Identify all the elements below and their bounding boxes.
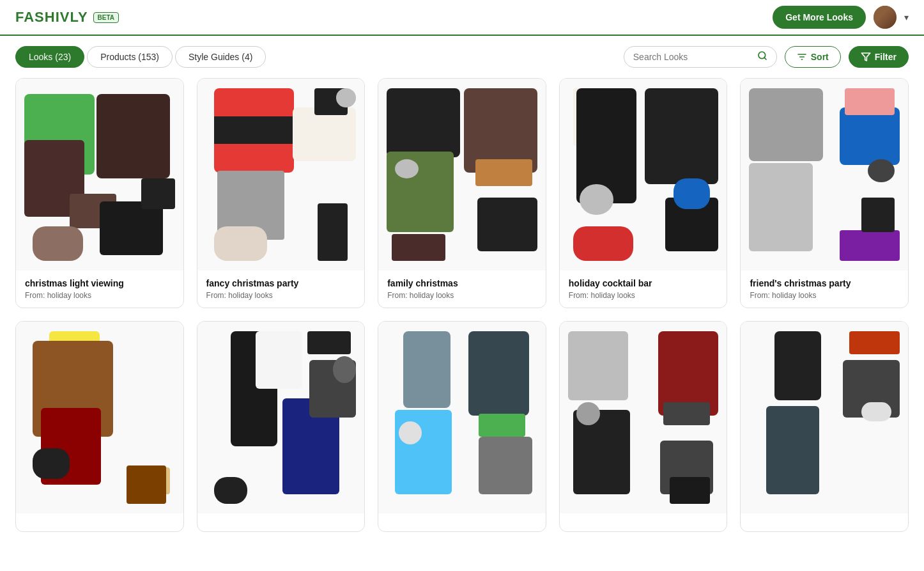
card-grid: christmas light viewing From: holiday lo… [0,78,924,547]
sort-button[interactable]: Sort [785,46,841,68]
outfit-item [307,331,351,354]
outfit-item [645,88,718,184]
outfit-item [293,107,356,161]
look-card[interactable] [197,321,366,532]
card-image [16,79,183,270]
card-image [741,79,908,270]
card-info [560,513,727,531]
card-image [560,322,727,513]
card-title: family christmas [387,278,537,288]
avatar[interactable] [874,6,897,29]
outfit-item [333,356,357,383]
sort-icon [797,52,807,62]
chevron-down-icon[interactable]: ▾ [904,12,909,22]
search-box[interactable] [624,46,777,68]
outfit-collage [560,322,727,513]
look-card[interactable] [740,321,909,532]
card-title: fancy christmas party [206,278,356,288]
card-info: family christmas From: holiday looks [378,270,546,308]
outfit-item [576,88,636,203]
outfit-item [141,178,174,209]
svg-line-1 [764,58,766,59]
outfit-item [663,402,710,425]
card-title: friend's christmas party [750,278,899,288]
outfit-collage [560,79,727,270]
outfit-item [861,402,891,421]
outfit-item [840,107,900,165]
outfit-item [749,88,822,161]
outfit-item [568,331,628,400]
outfit-item [468,331,528,416]
outfit-item [33,448,70,479]
card-info [197,513,365,531]
look-card[interactable] [378,321,546,532]
outfit-item [845,88,895,115]
outfit-item [479,414,525,437]
card-subtitle: From: holiday looks [387,291,537,300]
outfit-item [214,226,268,261]
outfit-item [96,94,170,178]
card-image [560,79,727,270]
header-left: FASHIVLY BETA [15,9,119,26]
look-card[interactable]: fancy christmas party From: holiday look… [197,78,366,308]
get-more-looks-button[interactable]: Get More Looks [773,6,866,29]
outfit-item [318,203,348,261]
tab-bar: Looks (23) Products (153) Style Guides (… [15,46,266,68]
outfit-item [387,88,460,157]
outfit-item [475,159,532,186]
card-image [16,322,183,513]
avatar-image [874,6,897,29]
card-subtitle: From: holiday looks [25,291,174,300]
filter-icon [861,52,871,62]
outfit-item [861,198,895,232]
tab-style-guides[interactable]: Style Guides (4) [175,46,266,68]
card-info: holiday cocktail bar From: holiday looks [560,270,727,308]
card-info: friend's christmas party From: holiday l… [741,270,908,308]
card-info: fancy christmas party From: holiday look… [197,270,365,308]
look-card[interactable] [559,321,728,532]
outfit-item [214,477,247,504]
outfit-item [868,159,895,182]
outfit-item [766,406,820,494]
outfit-collage [741,79,908,270]
outfit-item [399,421,422,444]
toolbar-right: Sort Filter [624,46,909,68]
outfit-item [479,437,532,494]
logo: FASHIVLY [15,9,88,26]
outfit-item [100,201,163,255]
look-card[interactable]: holiday cocktail bar From: holiday looks [559,78,728,308]
outfit-item [573,226,633,261]
look-card[interactable]: family christmas From: holiday looks [378,78,546,308]
look-card[interactable]: friend's christmas party From: holiday l… [740,78,909,308]
filter-button[interactable]: Filter [849,46,909,68]
outfit-collage [378,322,546,513]
outfit-collage [378,79,546,270]
card-info: christmas light viewing From: holiday lo… [16,270,183,308]
beta-badge: BETA [93,12,119,23]
card-subtitle: From: holiday looks [569,291,718,300]
card-image [197,322,365,513]
header-right: Get More Looks ▾ [773,6,909,29]
outfit-item [774,331,821,400]
tab-products[interactable]: Products (153) [87,46,173,68]
card-info [378,513,546,531]
card-subtitle: From: holiday looks [750,291,899,300]
outfit-item [849,331,899,354]
search-input[interactable] [633,52,752,62]
card-image [378,322,546,513]
card-subtitle: From: holiday looks [206,291,356,300]
card-info [16,513,183,531]
outfit-collage [16,322,183,513]
outfit-item [256,331,302,389]
outfit-item [840,230,900,261]
outfit-collage [197,79,365,270]
outfit-item [127,465,167,504]
outfit-item [33,226,82,261]
header: FASHIVLY BETA Get More Looks ▾ [0,0,924,36]
outfit-item [477,198,537,251]
tab-looks[interactable]: Looks (23) [15,46,84,68]
outfit-item [214,88,295,173]
card-info [741,513,908,531]
look-card[interactable]: christmas light viewing From: holiday lo… [15,78,184,308]
look-card[interactable] [15,321,184,532]
